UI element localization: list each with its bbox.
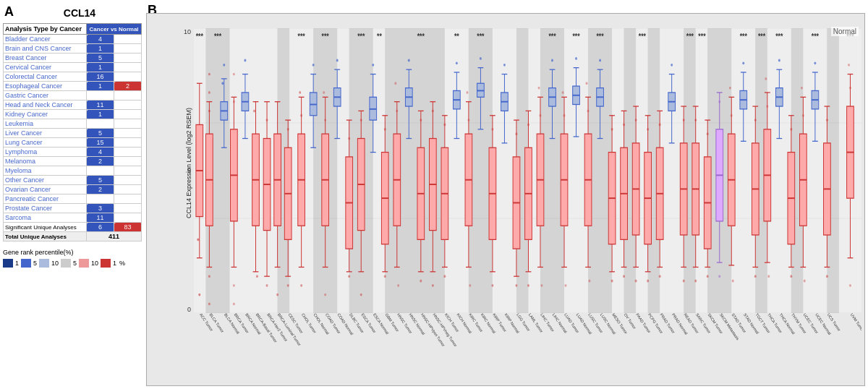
cancer-name-cell: Prostate Cancer (4, 204, 87, 213)
cancer-name-cell: Liver Cancer (4, 129, 87, 138)
cancer-name-cell: Cervical Cancer (4, 63, 87, 72)
svg-point-457 (767, 275, 770, 278)
svg-point-305 (538, 87, 540, 90)
cancer-row: Liver Cancer5 (4, 129, 142, 138)
svg-point-146 (299, 91, 301, 94)
svg-point-188 (360, 294, 362, 296)
svg-point-259 (469, 284, 471, 287)
cancer-name-cell: Head and Neck Cancer (4, 101, 87, 110)
cancer-blue-cell: 4 (87, 35, 114, 44)
main-chart-svg: *** *** *** *** *** ** *** ** *** *** (194, 28, 861, 313)
legend-box-1 (3, 259, 13, 268)
svg-point-472 (790, 275, 792, 278)
svg-point-369 (635, 280, 637, 283)
cancer-blue-cell: 1 (87, 63, 114, 72)
cancer-red-cell (114, 110, 142, 119)
cancer-row: Sarcoma11 (4, 213, 142, 223)
legend-label-gray: 5 (73, 260, 77, 267)
cancer-blue-cell: 5 (87, 129, 114, 138)
cancer-row: Colorectal Cancer16 (4, 72, 142, 82)
cancer-red-cell (114, 129, 142, 138)
cancer-name-cell: Pancreatic Cancer (4, 194, 87, 204)
svg-text:***: *** (357, 32, 365, 40)
y-axis-ticks: 0 5 10 (150, 28, 193, 313)
cancer-red-cell (114, 44, 142, 54)
svg-point-77 (208, 302, 210, 305)
cancer-row: Brain and CNS Cancer1 (4, 44, 142, 54)
svg-point-98 (233, 302, 235, 305)
cancer-row: Head and Neck Cancer11 (4, 101, 142, 110)
svg-point-433 (732, 280, 734, 283)
chart-container: CCL14 Expression Level (log2 RSEM) 0 5 1… (146, 13, 865, 386)
legend-title: Gene rank percentile(%) (3, 249, 142, 256)
svg-point-440 (742, 61, 744, 64)
legend-label-pink: 10 (91, 260, 98, 267)
legend-box-gray (61, 259, 71, 268)
cancer-row: Esophageal Cancer12 (4, 82, 142, 91)
analysis-type-header: Analysis Type by Cancer (4, 24, 87, 35)
svg-point-211 (394, 82, 396, 85)
svg-text:**: ** (454, 32, 459, 40)
total-value: 411 (87, 232, 142, 241)
cancer-blue-cell: 5 (87, 54, 114, 63)
svg-point-74 (208, 91, 210, 94)
cancer-name-cell: Kidney Cancer (4, 110, 87, 119)
cancer-blue-cell: 1 (87, 82, 114, 91)
svg-point-488 (814, 61, 816, 64)
svg-point-85 (221, 82, 224, 85)
cancer-red-cell (114, 54, 142, 63)
cancer-row: Other Cancer5 (4, 176, 142, 185)
svg-text:***: *** (417, 32, 425, 40)
svg-point-480 (801, 87, 803, 90)
svg-point-496 (826, 275, 828, 278)
x-labels-svg: ACC Tumor BLCA Tumor BLCA Normal BRCA Tu… (194, 313, 861, 385)
cancer-red-cell (114, 63, 142, 72)
svg-point-345 (599, 59, 601, 62)
svg-text:***: *** (298, 32, 305, 40)
total-row: Total Unique Analyses411 (4, 232, 142, 241)
svg-point-416 (707, 275, 709, 278)
svg-point-504 (848, 64, 850, 67)
svg-point-76 (208, 275, 210, 278)
svg-point-155 (312, 64, 315, 67)
significant-row: Significant Unique Analyses683 (4, 223, 142, 232)
svg-text:***: *** (686, 32, 694, 40)
svg-point-258 (466, 91, 468, 94)
svg-text:***: *** (548, 32, 556, 40)
cancer-red-cell (114, 101, 142, 110)
cancer-blue-cell: 1 (87, 44, 114, 54)
cancer-name-cell: Leukemia (4, 119, 87, 129)
cancer-red-cell (114, 185, 142, 194)
svg-point-506 (849, 284, 851, 287)
cancer-row: Myeloma (4, 166, 142, 176)
cancer-row: Lung Cancer15 (4, 138, 142, 148)
cancer-blue-cell: 2 (87, 157, 114, 166)
cancer-blue-cell (87, 119, 114, 129)
svg-point-266 (480, 57, 482, 60)
cancer-blue-cell: 11 (87, 213, 114, 223)
legend-box-pink (79, 259, 89, 268)
svg-point-235 (432, 284, 434, 287)
svg-point-148 (300, 284, 302, 287)
svg-text:***: *** (775, 32, 783, 40)
cancer-red-cell (114, 148, 142, 157)
svg-point-424 (718, 275, 720, 278)
svg-text:***: *** (596, 32, 603, 40)
cancer-blue-cell: 2 (87, 185, 114, 194)
legend-box-10 (39, 259, 49, 268)
y-tick-10: 10 (184, 28, 191, 35)
cancer-blue-cell (87, 91, 114, 101)
svg-point-306 (540, 284, 542, 287)
svg-point-329 (575, 57, 577, 60)
cancer-blue-cell (87, 166, 114, 176)
svg-text:***: *** (477, 32, 484, 40)
svg-point-62 (198, 294, 200, 296)
svg-point-75 (208, 73, 210, 76)
svg-point-361 (623, 275, 625, 278)
y-tick-0: 0 (187, 306, 191, 313)
svg-point-385 (659, 275, 661, 278)
svg-text:***: *** (698, 32, 705, 40)
cancer-row: Melanoma2 (4, 157, 142, 166)
svg-text:**: ** (377, 32, 382, 40)
cancer-blue-cell: 1 (87, 110, 114, 119)
